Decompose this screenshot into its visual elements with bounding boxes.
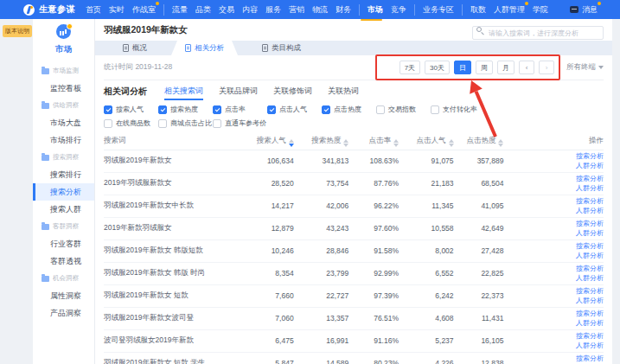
sort-icon[interactable] xyxy=(289,139,294,147)
nav-item[interactable]: 首页 xyxy=(86,4,101,16)
metric-label: 点击人气 xyxy=(279,105,307,114)
search-analysis-link[interactable]: 搜索分析 xyxy=(503,219,604,228)
nav-item[interactable]: 实时 xyxy=(109,4,125,16)
nav-item[interactable]: 竞争 xyxy=(391,4,406,16)
range-button[interactable]: 月 xyxy=(497,61,515,74)
crowd-analysis-link[interactable]: 人群分析 xyxy=(503,183,604,193)
stat-time: 统计时间 2019-11-28 xyxy=(104,62,172,73)
version-tag[interactable]: 版本说明 xyxy=(3,25,32,37)
analysis-tab[interactable]: 相关搜索词 xyxy=(164,82,203,100)
nav-item[interactable]: 品类 xyxy=(195,4,211,16)
column-header[interactable]: 搜索词 xyxy=(104,133,229,150)
range-button[interactable]: ‹ xyxy=(519,61,534,74)
navbar-left: 生意参谋 首页 实时 作战室 流量 品 xyxy=(23,3,548,16)
sidebar-item[interactable]: 客群洞察 xyxy=(33,218,94,235)
app-logo[interactable]: 生意参谋 xyxy=(23,3,75,16)
sidebar-item[interactable]: 搜索排行 xyxy=(33,166,94,183)
nav-item[interactable]: 流量 xyxy=(163,4,188,16)
nav-item[interactable]: 人群管理 xyxy=(494,4,525,16)
sidebar-item[interactable]: 市场排行 xyxy=(33,131,94,149)
search-analysis-link[interactable]: 搜索分析 xyxy=(503,241,604,251)
search-analysis-link[interactable]: 搜索分析 xyxy=(503,196,604,206)
nav-item[interactable]: 财务 xyxy=(336,4,351,16)
metric-checkbox[interactable]: 支付转化率 xyxy=(431,105,485,114)
sort-icon[interactable] xyxy=(498,139,503,147)
crowd-analysis-link[interactable]: 人群分析 xyxy=(503,206,604,215)
sidebar-item[interactable]: 客群透视 xyxy=(33,252,94,270)
range-button[interactable]: 周 xyxy=(476,61,493,74)
column-header[interactable]: 点击率 xyxy=(348,133,399,150)
sort-icon[interactable] xyxy=(449,139,454,147)
crowd-analysis-link[interactable]: 人群分析 xyxy=(503,161,604,170)
sidebar-item[interactable]: 市场监测 xyxy=(33,62,94,80)
crowd-analysis-link[interactable]: 人群分析 xyxy=(503,296,604,305)
sort-icon[interactable] xyxy=(343,139,348,147)
nav-item[interactable]: 取数 xyxy=(462,4,486,16)
range-button[interactable]: 30天 xyxy=(425,61,450,74)
search-heat: 16,991 xyxy=(294,329,349,352)
column-header[interactable]: 搜索人气 xyxy=(229,133,294,150)
content-panel: 统计时间 2019-11-28 7天 30天 xyxy=(95,55,612,364)
analysis-tab[interactable]: 关联热词 xyxy=(328,82,359,100)
nav-item[interactable]: 交易 xyxy=(219,4,234,16)
sidebar-item[interactable]: 监控看板 xyxy=(33,80,94,97)
nav-item[interactable]: 学院 xyxy=(533,4,548,16)
click-rate: 97.60% xyxy=(348,217,399,239)
page-tab[interactable]: 类目构成 xyxy=(248,41,315,55)
range-button[interactable]: 7天 xyxy=(399,61,420,74)
nav-item[interactable]: 市场 xyxy=(359,4,383,16)
crowd-analysis-link[interactable]: 人群分析 xyxy=(503,251,604,260)
nav-item[interactable]: 服务 xyxy=(265,4,281,16)
search-analysis-link[interactable]: 搜索分析 xyxy=(503,354,604,363)
sidebar-item[interactable]: 供给洞察 xyxy=(33,97,94,114)
crowd-analysis-link[interactable]: 人群分析 xyxy=(503,341,604,350)
sidebar-item[interactable]: 属性洞察 xyxy=(33,287,94,304)
sidebar-item[interactable]: 行业客群 xyxy=(33,235,94,252)
crowd-analysis-link[interactable]: 人群分析 xyxy=(503,273,604,283)
metric-checkbox[interactable]: 在线商品数 xyxy=(104,118,158,128)
sidebar-item[interactable]: 市场大盘 xyxy=(33,114,94,131)
click-rate: 108.63% xyxy=(348,150,399,172)
range-button[interactable]: 日 xyxy=(454,61,471,74)
search-analysis-link[interactable]: 搜索分析 xyxy=(503,309,604,318)
search-analysis-link[interactable]: 搜索分析 xyxy=(503,286,604,296)
metric-checkbox[interactable]: 搜索人气 xyxy=(104,105,158,114)
sidebar-item[interactable]: 产品洞察 xyxy=(33,304,94,322)
sidebar-item[interactable]: 搜索人群 xyxy=(33,201,94,218)
page-tab[interactable]: 相关分析 xyxy=(171,41,238,55)
analysis-tab[interactable]: 关联品牌词 xyxy=(219,82,258,100)
analysis-tab[interactable]: 关联修饰词 xyxy=(273,82,312,100)
nav-item[interactable]: 作战室 xyxy=(132,4,156,16)
metric-checkbox[interactable]: 点击人气 xyxy=(267,105,322,114)
column-header[interactable]: 操作 xyxy=(503,133,604,150)
metric-checkbox[interactable]: 直通车参考价 xyxy=(213,118,267,128)
nav-item[interactable]: 内容 xyxy=(242,4,258,16)
column-header[interactable]: 点击人气 xyxy=(399,133,454,150)
nav-item[interactable]: 物流 xyxy=(312,4,328,16)
column-header[interactable]: 点击热度 xyxy=(454,133,504,150)
search-input[interactable] xyxy=(472,26,604,40)
sidebar-item[interactable]: 机会洞察 xyxy=(33,270,94,287)
metric-checkbox[interactable]: 搜索热度 xyxy=(158,105,213,114)
metric-checkbox[interactable]: 点击率 xyxy=(213,105,267,114)
search-analysis-link[interactable]: 搜索分析 xyxy=(503,264,604,273)
section-title: 相关词分析 xyxy=(104,86,147,98)
sidebar-item[interactable]: 搜索洞察 xyxy=(33,149,94,166)
nav-item[interactable]: 营销 xyxy=(289,4,304,16)
search-analysis-link[interactable]: 搜索分析 xyxy=(503,331,604,341)
metric-checkbox[interactable]: 交易指数 xyxy=(376,105,431,114)
nav-item[interactable]: 业务专区 xyxy=(414,4,454,16)
search-analysis-link[interactable]: 搜索分析 xyxy=(503,151,604,161)
column-header[interactable]: 搜索热度 xyxy=(294,133,349,150)
page-tab[interactable]: 概况 xyxy=(109,41,161,55)
range-button[interactable]: › xyxy=(539,61,554,74)
search-analysis-link[interactable]: 搜索分析 xyxy=(503,174,604,183)
message-entry[interactable]: 消息 xyxy=(570,4,598,16)
crowd-analysis-link[interactable]: 人群分析 xyxy=(503,318,604,328)
metric-checkbox[interactable]: 商城点击占比 xyxy=(158,118,213,128)
terminal-filter[interactable]: 所有终端 xyxy=(566,62,604,73)
metric-checkbox[interactable]: 点击热度 xyxy=(322,105,376,114)
sort-icon[interactable] xyxy=(393,139,399,147)
crowd-analysis-link[interactable]: 人群分析 xyxy=(503,228,604,238)
sidebar-item[interactable]: 搜索分析 xyxy=(33,183,94,201)
